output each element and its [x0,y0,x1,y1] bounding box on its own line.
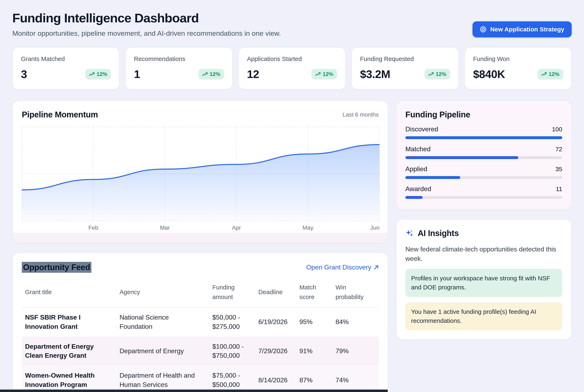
win-probability-cell: 74% [332,370,379,390]
pipeline-momentum-card: Pipeline Momentum Last 6 months [12,100,388,243]
delta-value: 12% [97,71,107,77]
deadline-cell: 6/19/2026 [255,312,296,332]
grant-title-cell: Department of Energy Clean Energy Grant [22,336,116,366]
dashboard-page: Funding Intelligence Dashboard Monitor o… [0,0,584,392]
sparkles-icon [405,229,414,238]
svg-text:Mar: Mar [160,224,170,231]
match-score-cell: 87% [296,370,332,390]
target-icon [480,26,486,33]
link-label: Open Grant Discovery [306,264,371,271]
stat-card-applications-started: Applications Started 12 12% [238,47,346,90]
stat-label: Recommendations [134,56,224,62]
column-header-agency: Agency [116,285,209,302]
momentum-chart-wrap: FebMarAprMayJun [22,127,379,232]
svg-text:Jun: Jun [370,224,379,231]
column-header-match-score: Match score [296,280,332,307]
agency-cell: Department of Health and Human Services [116,366,209,392]
opportunity-row[interactable]: Women-Owned Health Innovation Program De… [22,366,379,392]
bottom-cutoff-strip [0,390,388,392]
trending-up-icon [202,72,208,76]
svg-text:May: May [302,224,313,231]
insight-item: Profiles in your workspace have strong f… [405,269,562,297]
stage-bar-fill [405,156,518,159]
delta-badge: 12% [199,69,224,80]
win-probability-cell: 79% [332,341,379,361]
stat-card-recommendations: Recommendations 1 12% [125,47,232,90]
agency-cell: National Science Foundation [116,308,209,336]
delta-badge: 12% [537,69,563,80]
delta-value: 12% [323,71,333,77]
deadline-cell: 7/29/2026 [255,341,296,361]
stage-label: Awarded [405,185,431,193]
stat-value: 1 [134,68,140,80]
stage-value: 11 [556,186,562,192]
stage-value: 100 [552,126,562,133]
trending-up-icon [428,72,434,76]
pipeline-stage-awarded: Awarded 11 [405,185,562,199]
match-score-cell: 91% [296,341,332,361]
delta-value: 12% [549,71,559,77]
trending-up-icon [89,72,95,76]
delta-badge: 12% [425,69,450,80]
insight-item: New federal climate-tech opportunities d… [405,244,562,264]
column-header-win-probability: Win probability [332,280,379,307]
grant-title-cell: Women-Owned Health Innovation Program [22,366,116,392]
svg-text:Feb: Feb [88,224,98,231]
page-subtitle: Monitor opportunities, pipeline movement… [12,29,281,37]
pipeline-stage-applied: Applied 35 [405,165,562,179]
insight-item: You have 1 active funding profile(s) fee… [405,302,562,330]
pipeline-stage-matched: Matched 72 [405,145,562,159]
grant-title-cell: NSF SBIR Phase I Innovation Grant [22,308,116,336]
delta-value: 12% [436,71,446,77]
momentum-title: Pipeline Momentum [22,110,98,119]
momentum-range-label: Last 6 months [342,112,379,118]
funding-amount-cell: $75,000 - $500,000 [209,366,255,392]
stat-value: $840K [473,68,505,80]
delta-badge: 12% [86,69,111,80]
ai-insights-title: AI Insights [418,229,459,238]
stat-card-grants-matched: Grants Matched 3 12% [12,47,120,90]
funding-amount-cell: $50,000 - $275,000 [209,308,255,336]
stage-label: Matched [405,145,431,153]
stage-bar-track [405,136,562,139]
page-title: Funding Intelligence Dashboard [12,11,281,25]
cta-label: New Application Strategy [490,26,564,33]
trending-up-icon [315,72,321,76]
pipeline-stage-discovered: Discovered 100 [405,126,562,139]
momentum-chart: FebMarAprMayJun [22,127,379,232]
header-text: Funding Intelligence Dashboard Monitor o… [12,11,281,37]
stage-bar-fill [405,136,562,139]
stage-value: 35 [555,166,562,172]
opportunity-table: Grant title Agency Funding amount Deadli… [22,280,379,392]
stat-card-funding-won: Funding Won $840K 12% [464,47,572,90]
stat-value: 3 [21,68,27,80]
new-application-strategy-button[interactable]: New Application Strategy [472,21,572,37]
stat-card-funding-requested: Funding Requested $3.2M 12% [351,47,458,90]
stage-value: 72 [555,146,562,153]
opportunity-row[interactable]: Department of Energy Clean Energy Grant … [22,336,379,366]
open-grant-discovery-link[interactable]: Open Grant Discovery [306,264,379,271]
opportunity-feed-card: Opportunity Feed Open Grant Discovery Gr… [12,252,388,392]
stage-bar-track [405,196,562,199]
match-score-cell: 95% [296,312,332,332]
main-content: Pipeline Momentum Last 6 months [12,100,572,392]
stat-label: Grants Matched [21,56,111,62]
opportunity-feed-title: Opportunity Feed [22,262,91,273]
delta-badge: 12% [311,69,337,80]
agency-cell: Department of Energy [116,341,209,361]
stat-label: Applications Started [247,56,337,62]
stage-bar-fill [405,176,460,179]
column-header-deadline: Deadline [255,285,296,302]
svg-text:Apr: Apr [232,224,241,231]
left-column: Pipeline Momentum Last 6 months [12,100,388,392]
stage-bar-track [405,156,562,159]
win-probability-cell: 84% [332,312,379,332]
stat-value: $3.2M [360,68,390,80]
stage-bar-fill [405,196,423,199]
stat-value: 12 [247,68,259,80]
funding-pipeline-card: Funding Pipeline Discovered 100 Matched … [396,100,572,210]
column-header-grant-title: Grant title [22,285,116,302]
page-header: Funding Intelligence Dashboard Monitor o… [12,11,572,37]
right-column: Funding Pipeline Discovered 100 Matched … [396,100,572,340]
opportunity-row[interactable]: NSF SBIR Phase I Innovation Grant Nation… [22,308,379,336]
